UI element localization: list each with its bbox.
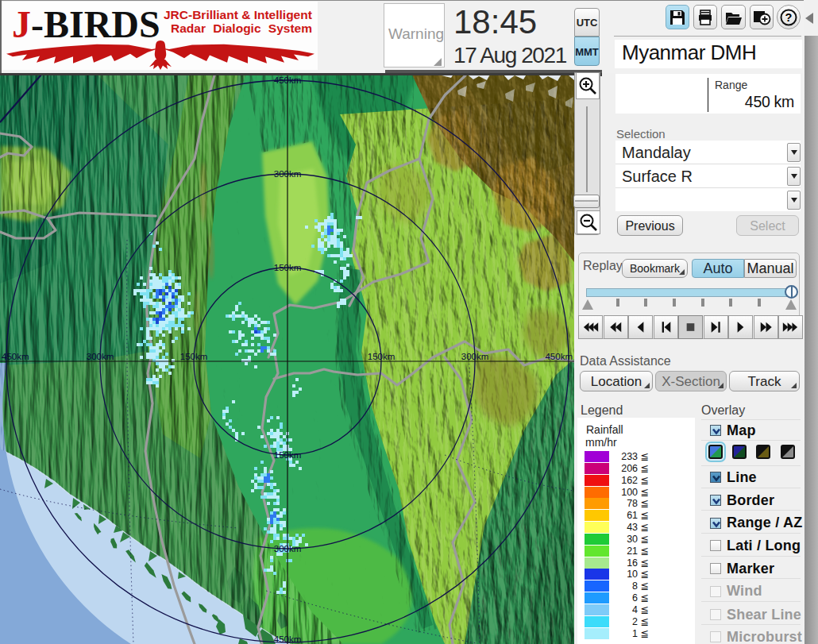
svg-text:450km: 450km xyxy=(2,352,29,361)
svg-text:300km: 300km xyxy=(274,544,302,553)
svg-text:450km: 450km xyxy=(545,352,573,361)
svg-text:150km: 150km xyxy=(180,352,208,361)
svg-text:450km: 450km xyxy=(274,634,302,644)
svg-text:150km: 150km xyxy=(368,352,395,361)
svg-text:450km: 450km xyxy=(274,75,302,85)
svg-text:150km: 150km xyxy=(274,263,302,272)
svg-text:300km: 300km xyxy=(87,352,114,361)
svg-text:150km: 150km xyxy=(274,450,302,460)
svg-text:300km: 300km xyxy=(274,169,302,179)
svg-text:?: ? xyxy=(785,11,793,24)
svg-text:300km: 300km xyxy=(461,352,489,361)
